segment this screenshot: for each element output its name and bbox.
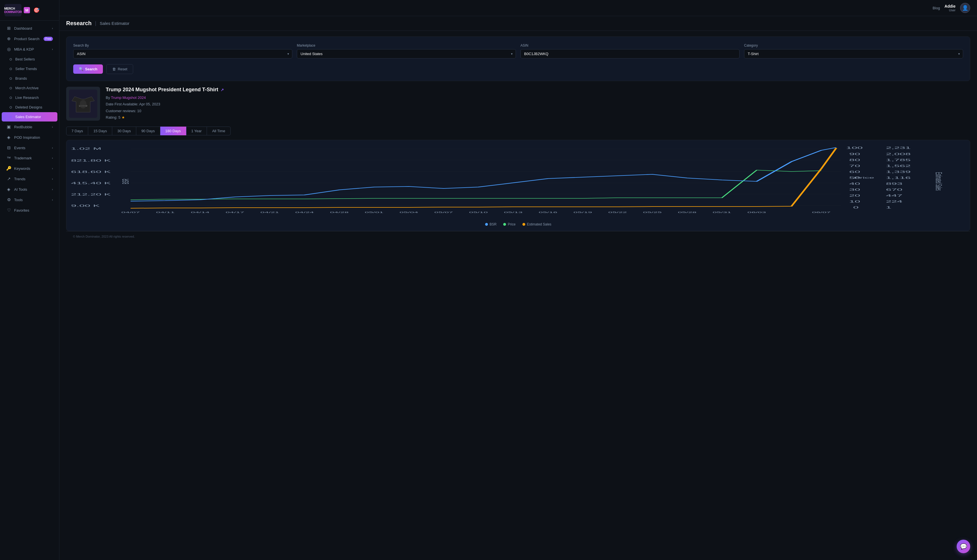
category-label: Category (744, 43, 963, 47)
sidebar: MERCH DOMINATOR M 🎯 ⊞ Dashboard › ⊕ Prod… (0, 0, 59, 560)
legend-estimated-sales: Estimated Sales (523, 222, 551, 226)
trends-icon: ↗ (6, 176, 11, 182)
pod-icon: ◈ (6, 135, 11, 140)
sidebar-item-keywords[interactable]: 🔑 Keywords › (2, 163, 57, 173)
search-panel: Search By ASIN Keyword Marketplace Unite… (66, 37, 970, 81)
external-link-icon[interactable]: ↗ (220, 88, 224, 92)
svg-text:415.40 K: 415.40 K (71, 182, 111, 185)
sidebar-item-pod-inspiration[interactable]: ◈ POD Inspiration (2, 132, 57, 142)
sidebar-item-product-search[interactable]: ⊕ Product Search Free (2, 33, 57, 44)
price-dot (503, 223, 506, 226)
svg-text:1,785: 1,785 (886, 158, 911, 162)
sidebar-item-merch-archive[interactable]: Merch Archive (2, 83, 57, 93)
svg-text:80: 80 (849, 158, 860, 162)
tools-icon: ⚙ (6, 197, 11, 202)
tab-30-days[interactable]: 30 Days (112, 127, 136, 135)
dashboard-icon: ⊞ (6, 26, 11, 31)
svg-text:821.80 K: 821.80 K (71, 159, 111, 162)
tab-all-time[interactable]: All Time (207, 127, 230, 135)
footer: © Merch Dominator, 2023 All rights reser… (66, 231, 970, 242)
sidebar-item-sales-estimator[interactable]: Sales Estimator (2, 112, 57, 122)
sidebar-item-trademark[interactable]: ™ Trademark › (2, 153, 57, 163)
top-header: Blog Addie User 👤 (59, 0, 977, 16)
sidebar-item-deleted-designs[interactable]: Deleted Designs (2, 103, 57, 112)
dot-icon (10, 87, 12, 89)
tab-1-year[interactable]: 1 Year (186, 127, 207, 135)
sidebar-item-brands[interactable]: Brands (2, 74, 57, 83)
tab-7-days[interactable]: 7 Days (66, 127, 88, 135)
search-grid: Search By ASIN Keyword Marketplace Unite… (73, 43, 963, 58)
chart-legend: BSR Price Estimated Sales (71, 222, 965, 226)
reset-button[interactable]: 🗑 Reset (106, 64, 133, 74)
product-image: LEGEND (66, 87, 100, 121)
search-button[interactable]: 🔍 Search (73, 64, 103, 74)
marketplace-wrapper: United States United Kingdom Germany (297, 49, 516, 58)
svg-text:04/21: 04/21 (261, 211, 279, 213)
sidebar-item-best-sellers[interactable]: Best Sellers (2, 55, 57, 64)
tab-90-days[interactable]: 90 Days (136, 127, 160, 135)
sidebar-item-redbubble[interactable]: ▣ RedBubble › (2, 122, 57, 132)
product-rating: Rating: 5 ★ (106, 114, 970, 121)
svg-text:670: 670 (886, 188, 903, 191)
search-icon: 🔍 (79, 67, 84, 71)
chat-button[interactable]: 💬 (957, 540, 970, 553)
product-tshirt-svg: LEGEND (69, 90, 97, 118)
svg-text:0: 0 (853, 206, 859, 209)
sidebar-item-live-research[interactable]: Live Research (2, 93, 57, 102)
svg-text:05/07: 05/07 (434, 211, 453, 213)
content-area: Search By ASIN Keyword Marketplace Unite… (59, 31, 977, 560)
svg-text:05/25: 05/25 (643, 211, 662, 213)
sidebar-item-ai-tools[interactable]: ◈ AI Tools › (2, 184, 57, 194)
product-brand: By Trump Mugshot 2024 (106, 94, 970, 101)
avatar[interactable]: 👤 (960, 3, 970, 13)
dot-icon (10, 97, 12, 99)
marketplace-select[interactable]: United States United Kingdom Germany (297, 49, 516, 58)
user-info: Addie User (945, 4, 955, 12)
page-subtitle: Sales Estimator (100, 21, 129, 26)
svg-text:05/22: 05/22 (608, 211, 627, 213)
sidebar-item-favorites[interactable]: ♡ Favorites (2, 205, 57, 215)
asin-input[interactable] (521, 49, 740, 58)
svg-text:04/17: 04/17 (225, 211, 244, 213)
svg-text:06/07: 06/07 (812, 211, 830, 213)
svg-text:224: 224 (886, 200, 903, 203)
svg-text:04/24: 04/24 (295, 211, 314, 213)
sidebar-item-seller-trends[interactable]: Seller Trends (2, 64, 57, 73)
svg-text:04/07: 04/07 (121, 211, 140, 213)
svg-text:60: 60 (849, 170, 860, 173)
user-role: User (945, 8, 955, 12)
tab-180-days[interactable]: 180 Days (160, 127, 186, 135)
sidebar-item-trends[interactable]: ↗ Trends › (2, 174, 57, 184)
category-select[interactable]: T-Shirt Hoodie Sweatshirt (744, 49, 963, 58)
svg-text:893: 893 (886, 182, 903, 185)
dot-icon (10, 68, 12, 70)
svg-text:06/03: 06/03 (747, 211, 766, 213)
product-date: Date First Available: Apr 05, 2023 (106, 101, 970, 107)
svg-text:05/13: 05/13 (504, 211, 523, 213)
chart-container: 1.02 M 821.80 K 618.60 K 415.40 K 212.20… (66, 140, 970, 231)
reset-icon: 🗑 (112, 67, 116, 71)
svg-text:10: 10 (849, 200, 860, 203)
header-right: Blog Addie User 👤 (933, 3, 970, 13)
svg-text:05/31: 05/31 (713, 211, 731, 213)
heart-icon: ♡ (6, 208, 11, 213)
svg-text:20: 20 (849, 194, 860, 197)
svg-text:1,339: 1,339 (886, 170, 911, 173)
keywords-icon: 🔑 (6, 166, 11, 171)
tab-15-days[interactable]: 15 Days (88, 127, 112, 135)
svg-text:1,562: 1,562 (886, 165, 911, 168)
sidebar-item-events[interactable]: ⊟ Events › (2, 143, 57, 153)
svg-text:9.00 K: 9.00 K (71, 204, 100, 207)
time-tabs: 7 Days 15 Days 30 Days 90 Days 180 Days … (66, 127, 970, 135)
sales-dot (523, 223, 525, 226)
sidebar-item-tools[interactable]: ⚙ Tools › (2, 195, 57, 205)
sidebar-item-mba-kdp[interactable]: ◎ MBA & KDP › (2, 44, 57, 54)
chevron-right-icon: › (52, 188, 53, 191)
blog-link[interactable]: Blog (933, 6, 940, 10)
svg-text:04/11: 04/11 (156, 211, 175, 213)
search-by-label: Search By (73, 43, 292, 47)
svg-text:04/14: 04/14 (191, 211, 209, 213)
search-by-select[interactable]: ASIN Keyword (73, 49, 292, 58)
marketplace-group: Marketplace United States United Kingdom… (297, 43, 516, 58)
sidebar-item-dashboard[interactable]: ⊞ Dashboard › (2, 23, 57, 33)
